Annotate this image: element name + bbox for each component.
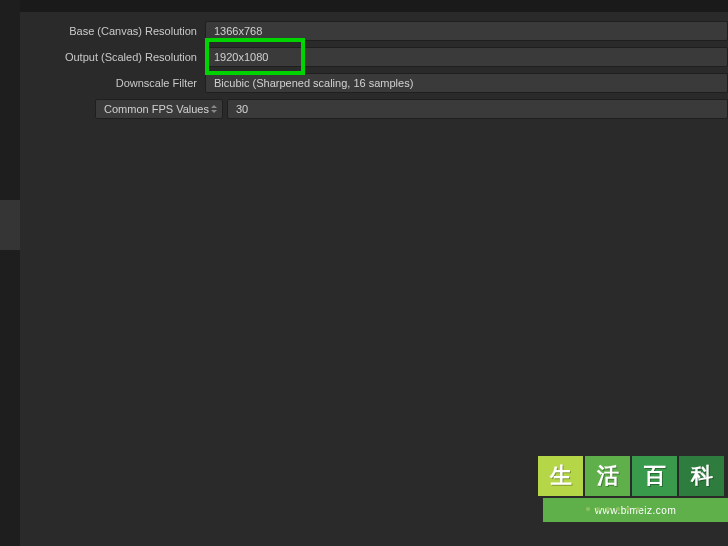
- base-resolution-dropdown[interactable]: 1366x768: [205, 21, 728, 41]
- downscale-filter-dropdown[interactable]: Bicubic (Sharpened scaling, 16 samples): [205, 73, 728, 93]
- fps-row: Common FPS Values 30: [95, 98, 728, 120]
- watermark-char-4: 科: [679, 456, 724, 496]
- watermark-char-3: 百: [632, 456, 677, 496]
- watermark-char-1: 生: [538, 456, 583, 496]
- fps-type-value: Common FPS Values: [104, 103, 209, 115]
- downscale-filter-row: Downscale Filter Bicubic (Sharpened scal…: [20, 72, 728, 94]
- sidebar: [0, 0, 20, 546]
- output-resolution-value: 1920x1080: [214, 51, 268, 63]
- video-settings-panel: Base (Canvas) Resolution 1366x768 Output…: [20, 20, 728, 124]
- stepper-icon: [209, 101, 219, 117]
- output-resolution-row: Output (Scaled) Resolution 1920x1080: [20, 46, 728, 68]
- fps-value-dropdown[interactable]: 30: [227, 99, 728, 119]
- downscale-filter-label: Downscale Filter: [20, 77, 205, 89]
- watermark-decor: [583, 501, 703, 516]
- base-resolution-row: Base (Canvas) Resolution 1366x768: [20, 20, 728, 42]
- base-resolution-label: Base (Canvas) Resolution: [20, 25, 205, 37]
- fps-type-dropdown[interactable]: Common FPS Values: [95, 99, 223, 119]
- sidebar-active-section: [0, 200, 20, 250]
- watermark: 生 活 百 科 www.bimeiz.com: [533, 456, 728, 546]
- downscale-filter-value: Bicubic (Sharpened scaling, 16 samples): [214, 77, 413, 89]
- output-resolution-dropdown[interactable]: 1920x1080: [205, 47, 728, 67]
- fps-value: 30: [236, 103, 248, 115]
- watermark-char-2: 活: [585, 456, 630, 496]
- output-resolution-label: Output (Scaled) Resolution: [20, 51, 205, 63]
- watermark-logo: 生 活 百 科: [533, 456, 728, 496]
- window-top-bar: [0, 0, 728, 12]
- base-resolution-value: 1366x768: [214, 25, 262, 37]
